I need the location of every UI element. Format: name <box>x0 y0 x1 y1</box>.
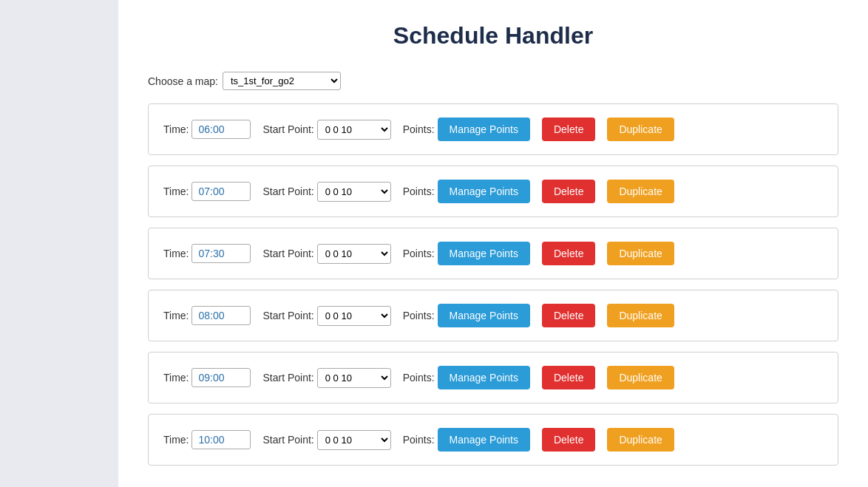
start-point-select[interactable]: 0 0 10 <box>317 306 391 326</box>
delete-button[interactable]: Delete <box>542 118 595 141</box>
schedule-row: Time: Start Point: 0 0 10 Points: Manage… <box>148 414 838 466</box>
points-label: Points: <box>403 372 435 384</box>
start-point-select[interactable]: 0 0 10 <box>317 368 391 388</box>
time-label: Time: <box>163 372 189 384</box>
time-label: Time: <box>163 310 189 321</box>
time-label: Time: <box>163 248 189 259</box>
time-input[interactable] <box>191 244 251 263</box>
time-input[interactable] <box>191 120 251 139</box>
schedule-row: Time: Start Point: 0 0 10 Points: Manage… <box>148 352 838 403</box>
delete-button[interactable]: Delete <box>542 242 595 265</box>
time-label: Time: <box>163 123 189 135</box>
sidebar <box>0 0 118 487</box>
map-selector-row: Choose a map: ts_1st_for_go2 <box>148 72 838 90</box>
start-point-select[interactable]: 0 0 10 <box>317 430 391 450</box>
points-group: Points: Manage Points <box>403 180 530 203</box>
start-point-label: Start Point: <box>262 123 313 135</box>
time-input[interactable] <box>191 430 251 449</box>
start-point-group: Start Point: 0 0 10 <box>262 306 390 326</box>
duplicate-button[interactable]: Duplicate <box>607 180 674 203</box>
start-point-group: Start Point: 0 0 10 <box>262 244 390 264</box>
start-point-label: Start Point: <box>262 248 313 259</box>
duplicate-button[interactable]: Duplicate <box>607 366 674 389</box>
start-point-group: Start Point: 0 0 10 <box>262 182 390 202</box>
points-group: Points: Manage Points <box>403 428 530 452</box>
map-selector-label: Choose a map: <box>148 75 218 87</box>
time-input[interactable] <box>191 368 251 387</box>
delete-button[interactable]: Delete <box>542 304 595 327</box>
start-point-label: Start Point: <box>262 434 313 446</box>
points-label: Points: <box>403 248 435 259</box>
schedule-row: Time: Start Point: 0 0 10 Points: Manage… <box>148 166 838 217</box>
duplicate-button[interactable]: Duplicate <box>607 304 674 327</box>
duplicate-button[interactable]: Duplicate <box>607 428 674 452</box>
points-group: Points: Manage Points <box>403 118 530 141</box>
time-input[interactable] <box>191 306 251 325</box>
manage-points-button[interactable]: Manage Points <box>438 180 530 203</box>
points-label: Points: <box>403 434 435 446</box>
start-point-group: Start Point: 0 0 10 <box>262 430 390 450</box>
manage-points-button[interactable]: Manage Points <box>438 428 530 452</box>
time-label: Time: <box>163 434 189 446</box>
manage-points-button[interactable]: Manage Points <box>438 304 530 327</box>
points-label: Points: <box>403 123 435 135</box>
duplicate-button[interactable]: Duplicate <box>607 118 674 141</box>
start-point-group: Start Point: 0 0 10 <box>262 120 390 140</box>
map-selector-dropdown[interactable]: ts_1st_for_go2 <box>223 72 341 90</box>
start-point-label: Start Point: <box>262 310 313 321</box>
time-input[interactable] <box>191 182 251 201</box>
start-point-label: Start Point: <box>262 372 313 384</box>
points-group: Points: Manage Points <box>403 366 530 389</box>
time-group: Time: <box>163 430 251 449</box>
page-wrapper: Schedule Handler Choose a map: ts_1st_fo… <box>0 0 868 487</box>
time-group: Time: <box>163 244 251 263</box>
delete-button[interactable]: Delete <box>542 366 595 389</box>
start-point-group: Start Point: 0 0 10 <box>262 368 390 388</box>
manage-points-button[interactable]: Manage Points <box>438 366 530 389</box>
start-point-label: Start Point: <box>262 185 313 197</box>
start-point-select[interactable]: 0 0 10 <box>317 120 391 140</box>
start-point-select[interactable]: 0 0 10 <box>317 244 391 264</box>
time-group: Time: <box>163 120 251 139</box>
schedule-row: Time: Start Point: 0 0 10 Points: Manage… <box>148 228 838 279</box>
start-point-select[interactable]: 0 0 10 <box>317 182 391 202</box>
schedule-row: Time: Start Point: 0 0 10 Points: Manage… <box>148 103 838 155</box>
time-group: Time: <box>163 368 251 387</box>
manage-points-button[interactable]: Manage Points <box>438 242 530 265</box>
delete-button[interactable]: Delete <box>542 180 595 203</box>
schedule-row: Time: Start Point: 0 0 10 Points: Manage… <box>148 290 838 341</box>
points-label: Points: <box>403 185 435 197</box>
time-group: Time: <box>163 182 251 201</box>
points-label: Points: <box>403 310 435 321</box>
delete-button[interactable]: Delete <box>542 428 595 452</box>
manage-points-button[interactable]: Manage Points <box>438 118 530 141</box>
page-title: Schedule Handler <box>148 22 838 50</box>
points-group: Points: Manage Points <box>403 242 530 265</box>
points-group: Points: Manage Points <box>403 304 530 327</box>
duplicate-button[interactable]: Duplicate <box>607 242 674 265</box>
time-group: Time: <box>163 306 251 325</box>
time-label: Time: <box>163 185 189 197</box>
main-content: Schedule Handler Choose a map: ts_1st_fo… <box>118 0 868 487</box>
schedule-rows-container: Time: Start Point: 0 0 10 Points: Manage… <box>148 103 838 466</box>
